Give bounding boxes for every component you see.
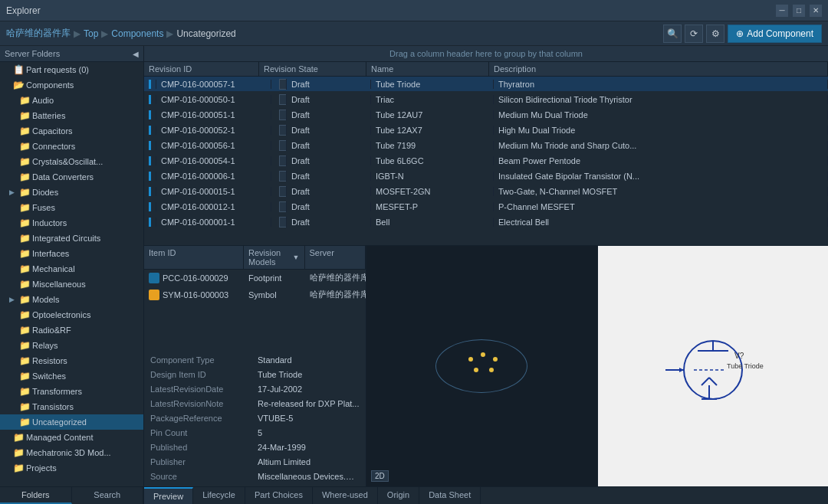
- tree-label-part-requests: Part requests (0): [26, 65, 89, 74]
- table-row[interactable]: CMP-016-000050-1 Draft Triac Silicon Bid…: [144, 92, 828, 107]
- cell-description: Beam Power Pentode: [494, 156, 828, 165]
- table-body: CMP-016-000057-1 Draft Tube Triode Thyra…: [144, 77, 828, 245]
- tree-label-diodes: Diodes: [32, 188, 58, 197]
- revision-checkbox[interactable]: [279, 201, 287, 212]
- sidebar-item-radio-rf[interactable]: 📁Radio&RF: [0, 322, 143, 338]
- cell-description: P-Channel MESFET: [494, 202, 828, 211]
- sidebar-item-mechanical[interactable]: 📁Mechanical: [0, 261, 143, 277]
- sidebar-item-uncategorized[interactable]: 📁Uncategorized: [0, 414, 143, 430]
- revision-checkbox[interactable]: [279, 94, 287, 105]
- table-row[interactable]: CMP-016-000057-1 Draft Tube Triode Thyra…: [144, 77, 828, 92]
- cell-revision-state: Draft: [287, 172, 371, 181]
- sidebar-item-inductors[interactable]: 📁Inductors: [0, 215, 143, 231]
- sidebar-item-relays[interactable]: 📁Relays: [0, 338, 143, 353]
- revision-checkbox[interactable]: [279, 140, 287, 151]
- sidebar-item-audio[interactable]: 📁Audio: [0, 93, 143, 108]
- sidebar-item-data-converters[interactable]: 📁Data Converters: [0, 169, 143, 185]
- sidebar-item-switches[interactable]: 📁Switches: [0, 368, 143, 384]
- col-header-name[interactable]: Name: [366, 62, 489, 76]
- sidebar-tab-search[interactable]: Search: [72, 487, 144, 504]
- sidebar-item-miscellaneous[interactable]: 📁Miscellaneous: [0, 277, 143, 292]
- prop-value: VTUBE-5: [258, 414, 360, 423]
- table-row[interactable]: CMP-016-000012-1 Draft MESFET-P P-Channe…: [144, 199, 828, 214]
- footprint-canvas: [432, 335, 531, 397]
- cell-revision-id: CMP-016-000052-1: [156, 126, 271, 135]
- bottom-tab-preview[interactable]: Preview: [144, 487, 193, 504]
- sidebar-item-transistors[interactable]: 📁Transistors: [0, 399, 143, 414]
- sidebar-item-resistors[interactable]: 📁Resistors: [0, 353, 143, 368]
- sidebar-collapse-button[interactable]: ◀: [133, 50, 139, 58]
- minimize-button[interactable]: ─: [776, 5, 788, 17]
- sidebar-item-integrated-circuits[interactable]: 📁Integrated Circuits: [0, 231, 143, 246]
- models-row[interactable]: SYM-016-000003 Symbol 哈萨维的器件库: [144, 286, 366, 303]
- settings-button[interactable]: ⚙: [706, 25, 724, 43]
- col-header-revision-id[interactable]: Revision ID: [144, 62, 259, 76]
- symbol-icon: [149, 290, 159, 300]
- revision-checkbox[interactable]: [279, 171, 287, 182]
- bottom-tab-origin[interactable]: Origin: [378, 487, 419, 504]
- row-icon: [144, 141, 156, 150]
- sidebar-item-projects[interactable]: 📁Projects: [0, 460, 143, 476]
- property-row: Pin Count 5: [144, 425, 366, 440]
- table-row[interactable]: CMP-016-000054-1 Draft Tube 6L6GC Beam P…: [144, 153, 828, 169]
- revision-checkbox[interactable]: [279, 186, 287, 197]
- close-button[interactable]: ✕: [810, 5, 822, 17]
- breadcrumb-level2[interactable]: Components: [111, 28, 163, 39]
- footprint-icon: [149, 273, 159, 283]
- sidebar-item-capacitors[interactable]: 📁Capacitors: [0, 123, 143, 139]
- sidebar-item-crystals[interactable]: 📁Crystals&Oscillat...: [0, 154, 143, 169]
- revision-checkbox[interactable]: [279, 217, 287, 227]
- folder-icon-transformers: 📁: [18, 385, 31, 398]
- breadcrumb-level1[interactable]: Top: [84, 28, 98, 39]
- sidebar-tab-folders[interactable]: Folders: [0, 487, 72, 504]
- folder-icon-models: 📁: [18, 293, 31, 306]
- component-icon: [149, 218, 151, 227]
- sidebar-item-connectors[interactable]: 📁Connectors: [0, 139, 143, 154]
- bottom-tab-lifecycle[interactable]: Lifecycle: [193, 487, 245, 504]
- sidebar-item-batteries[interactable]: 📁Batteries: [0, 108, 143, 123]
- component-icon: [149, 156, 151, 165]
- sidebar-item-interfaces[interactable]: 📁Interfaces: [0, 246, 143, 261]
- sidebar-item-diodes[interactable]: ▶📁Diodes: [0, 185, 143, 200]
- revision-checkbox[interactable]: [279, 110, 287, 120]
- models-row[interactable]: PCC-016-000029 Footprint 哈萨维的器件库: [144, 270, 366, 286]
- bottom-tab-where-used[interactable]: Where-used: [313, 487, 378, 504]
- search-button[interactable]: 🔍: [663, 25, 682, 43]
- sidebar-item-managed-content[interactable]: 📁Managed Content: [0, 430, 143, 445]
- maximize-button[interactable]: □: [793, 5, 805, 17]
- folder-icon-audio: 📁: [18, 94, 31, 106]
- sidebar-item-models[interactable]: ▶📁Models: [0, 292, 143, 307]
- cell-revision-id: CMP-016-000001-1: [156, 218, 271, 227]
- breadcrumb-library[interactable]: 哈萨维的器件库: [6, 27, 71, 40]
- sidebar-item-components[interactable]: 📂Components: [0, 77, 143, 93]
- tree-label-audio: Audio: [32, 96, 54, 105]
- sidebar-tree[interactable]: 📋Part requests (0) 📂Components 📁Audio 📁B…: [0, 62, 143, 486]
- sidebar-item-fuses[interactable]: 📁Fuses: [0, 200, 143, 215]
- table-row[interactable]: CMP-016-000051-1 Draft Tube 12AU7 Medium…: [144, 107, 828, 123]
- tree-expand-diodes[interactable]: ▶: [9, 188, 18, 196]
- refresh-button[interactable]: ⟳: [685, 25, 703, 43]
- cell-description: Silicon Bidirectional Triode Thyristor: [494, 95, 828, 104]
- sidebar-item-part-requests[interactable]: 📋Part requests (0): [0, 62, 143, 77]
- sidebar-item-transformers[interactable]: 📁Transformers: [0, 384, 143, 399]
- col-header-description[interactable]: Description: [489, 62, 828, 76]
- bottom-tab-part-choices[interactable]: Part Choices: [245, 487, 313, 504]
- cell-name: Tube Triode: [371, 80, 494, 89]
- table-row[interactable]: CMP-016-000056-1 Draft Tube 7199 Medium …: [144, 138, 828, 153]
- col-header-revision-state[interactable]: Revision State: [259, 62, 366, 76]
- revision-checkbox[interactable]: [279, 155, 287, 166]
- add-component-button[interactable]: ⊕ Add Component: [728, 25, 822, 43]
- titlebar: Explorer ─ □ ✕: [0, 0, 828, 21]
- revision-checkbox[interactable]: [279, 125, 287, 136]
- folder-icon-optoelectronics: 📁: [18, 309, 31, 321]
- sidebar-item-optoelectronics[interactable]: 📁Optoelectronics: [0, 307, 143, 322]
- table-row[interactable]: CMP-016-000001-1 Draft Bell Electrical B…: [144, 214, 828, 230]
- table-row[interactable]: CMP-016-000006-1 Draft IGBT-N Insulated …: [144, 169, 828, 184]
- tree-label-optoelectronics: Optoelectronics: [32, 310, 90, 319]
- revision-checkbox[interactable]: [279, 79, 287, 90]
- tree-expand-models[interactable]: ▶: [9, 296, 18, 303]
- sidebar-item-mechatronic-3d[interactable]: 📁Mechatronic 3D Mod...: [0, 445, 143, 460]
- table-row[interactable]: CMP-016-000052-1 Draft Tube 12AX7 High M…: [144, 123, 828, 138]
- bottom-tab-data-sheet[interactable]: Data Sheet: [419, 487, 481, 504]
- table-row[interactable]: CMP-016-000015-1 Draft MOSFET-2GN Two-Ga…: [144, 184, 828, 199]
